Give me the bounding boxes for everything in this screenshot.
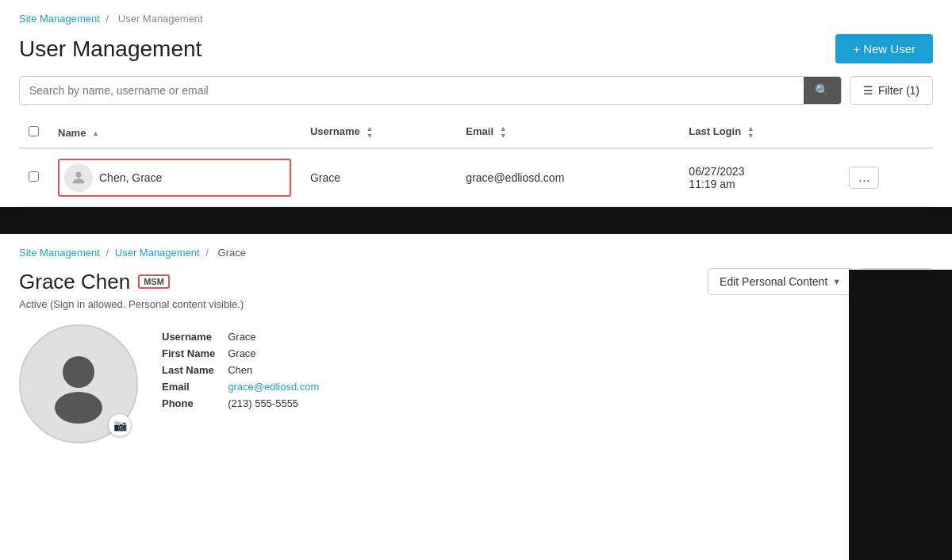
breadcrumb-current: Grace [218,247,246,259]
last-login-sort-icon[interactable]: ▲▼ [747,125,754,140]
col-name: Name ▲ [48,117,301,148]
col-last-login: Last Login ▲▼ [679,117,839,148]
first-name-value: Grace [228,347,319,359]
email-cell: grace@edliosd.com [456,148,679,207]
edit-personal-content-button[interactable]: Edit Personal Content ▼ [708,268,853,295]
user-avatar-large: 📷 [19,324,138,443]
col-username: Username ▲▼ [301,117,456,148]
row-more-button[interactable]: … [849,167,879,189]
user-name-label: Chen, Grace [99,171,162,184]
filter-icon: ☰ [863,84,873,97]
page-title: User Management [19,36,202,62]
camera-button[interactable]: 📷 [108,413,132,437]
last-name-label: Last Name [162,364,215,376]
select-all-checkbox[interactable] [29,126,39,136]
row-checkbox[interactable] [29,171,39,182]
breadcrumb-site-management-2[interactable]: Site Management [19,247,100,259]
user-table: Name ▲ Username ▲▼ Email ▲▼ Last Login ▲… [19,117,933,207]
username-sort-icon[interactable]: ▲▼ [366,125,373,140]
search-button[interactable]: 🔍 [804,77,841,104]
table-row: Chen, Grace Grace grace@edliosd.com 06/2… [19,148,933,207]
phone-label: Phone [162,397,215,409]
user-info-table: Username Grace First Name Grace Last Nam… [162,331,319,409]
col-email: Email ▲▼ [456,117,679,148]
last-name-value: Chen [228,364,319,376]
first-name-label: First Name [162,347,215,359]
search-icon: 🔍 [815,83,830,98]
svg-point-2 [55,392,102,424]
breadcrumb-user-management-2[interactable]: User Management [115,247,200,259]
svg-point-1 [63,356,94,388]
camera-icon: 📷 [113,419,127,432]
divider-bar [0,207,952,234]
username-value: Grace [228,331,319,343]
filter-button[interactable]: ☰ Filter (1) [850,76,933,105]
username-label: Username [162,331,215,343]
name-sort-icon[interactable]: ▲ [92,130,99,137]
new-user-button[interactable]: + New User [835,34,933,63]
breadcrumb-bottom: Site Management / User Management / Grac… [19,247,933,259]
last-login-cell: 06/27/2023 11:19 am [679,148,839,207]
email-sort-icon[interactable]: ▲▼ [500,125,507,140]
email-label: Email [162,381,215,393]
msm-badge: MSM [138,274,170,289]
user-detail-name: Grace Chen [19,270,130,294]
user-name-cell[interactable]: Chen, Grace [58,159,291,197]
email-value[interactable]: grace@edliosd.com [228,381,319,393]
user-status: Active (Sign in allowed. Personal conten… [19,298,933,310]
phone-value: (213) 555-5555 [228,397,319,409]
breadcrumb-site-management[interactable]: Site Management [19,13,100,25]
search-input[interactable] [20,77,804,104]
breadcrumb-top: Site Management / User Management [19,13,933,25]
edit-content-dropdown-icon: ▼ [832,277,841,286]
username-cell: Grace [301,148,456,207]
right-panel-black [849,270,952,560]
search-wrapper: 🔍 [19,76,842,105]
breadcrumb-user-management: User Management [118,13,203,25]
avatar [64,163,93,192]
svg-point-0 [75,172,81,178]
